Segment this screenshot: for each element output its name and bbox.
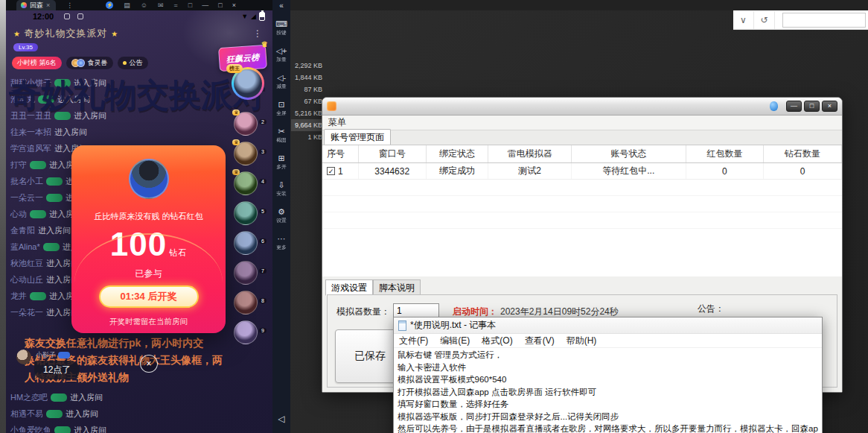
sidebar-tool-button[interactable]: ⚙ 设置 <box>272 207 290 224</box>
left-window-edge <box>0 0 6 433</box>
explorer-toolbar: ∨ ↺ <box>733 10 868 30</box>
sidebar-tool-button[interactable]: ⊡ 全屏 <box>272 100 290 117</box>
help-icon[interactable] <box>770 101 778 111</box>
minimize-button[interactable]: — <box>786 101 802 112</box>
tool-label: 更多 <box>274 244 289 250</box>
menu-item[interactable]: 格式(O) <box>482 335 512 347</box>
avatar <box>234 231 258 255</box>
sidebar-tool-button[interactable]: ✂ 截图 <box>272 127 290 144</box>
refresh-icon[interactable]: ↺ <box>754 11 775 29</box>
cp-pill[interactable]: 食灵兽 <box>66 57 113 69</box>
menu-item[interactable]: 查看(V) <box>525 335 555 347</box>
minimize-button[interactable]: — <box>202 1 208 9</box>
emulator-count-input[interactable] <box>393 303 439 317</box>
chat-line: HM之恋吧 进入房间 <box>10 389 106 405</box>
avatar-frame: 榜王 <box>232 67 264 100</box>
menu-item[interactable]: 编辑(E) <box>440 335 470 347</box>
rail-user[interactable]: 3 ♛ <box>234 142 267 171</box>
vip-badge-icon <box>51 394 67 402</box>
file-size-list: 2,292 KB1,844 KB87 KB67 KB5,216 KB9,664 … <box>291 60 325 143</box>
close-button[interactable]: × <box>822 101 837 112</box>
rail-user[interactable]: 6 <box>234 231 267 261</box>
file-size-value: 9,664 KB <box>291 119 325 131</box>
manager-titlebar: — □ × <box>322 98 842 116</box>
avatar <box>234 261 258 285</box>
notepad-titlebar[interactable]: *使用说明.txt - 记事本 <box>394 317 822 334</box>
sidebar-tool-button[interactable]: ⇩ 安装 <box>272 180 290 197</box>
close-popup-icon[interactable]: × <box>140 355 158 373</box>
menu-item[interactable]: 文件(F) <box>399 335 428 347</box>
room-more-icon[interactable]: ⋮ <box>253 28 262 39</box>
empty-row <box>322 212 842 229</box>
chat-username: HM之恋吧 <box>10 392 48 403</box>
rail-user[interactable]: 9 <box>234 320 267 350</box>
boost-icon[interactable]: ⚡ <box>106 1 113 9</box>
battery-icon <box>259 12 265 21</box>
avatar <box>234 320 258 344</box>
tab-script-help[interactable]: 脚本说明 <box>373 279 421 296</box>
rail-user[interactable]: 8 <box>234 291 267 320</box>
file-size-value: 87 KB <box>291 83 325 95</box>
avatar <box>234 69 262 98</box>
chat-username: 批名小工 <box>10 176 43 187</box>
search-input[interactable] <box>782 13 866 28</box>
rail-user[interactable]: 4 ♛ <box>234 171 267 201</box>
text-line: 输入卡密进入软件 <box>398 361 818 374</box>
emulator-tab[interactable]: 回森 × <box>16 0 56 10</box>
tool-label: 按键 <box>274 29 289 36</box>
tool-icon: ⊞ <box>272 154 290 162</box>
back-icon[interactable]: ◁ <box>272 414 290 424</box>
chat-action: 进入房间 <box>38 225 71 236</box>
col-header: 窗口号 <box>359 145 427 162</box>
close-button[interactable]: × <box>232 1 236 9</box>
countdown-button[interactable]: 01:34 后开奖 <box>99 285 199 308</box>
rail-top-user[interactable]: 榜王 <box>229 67 267 100</box>
collapse-sidebar-icon[interactable]: « <box>272 0 290 10</box>
message-icon[interactable]: ✉ <box>158 1 164 9</box>
level-badge: Lv.35 <box>13 43 38 51</box>
amount-unit: 钻石 <box>169 248 187 257</box>
account-icon[interactable]: ☺ <box>141 1 147 9</box>
sidebar-tool-button[interactable]: ⌨ 按键 <box>272 19 290 37</box>
tab-account-management[interactable]: 账号管理页面 <box>324 129 391 145</box>
maximize-button[interactable]: □ <box>804 101 820 112</box>
vip-badge-icon <box>46 177 63 186</box>
account-table: 序号 窗口号 绑定状态 雷电模拟器 账号状态 红包数量 钻石数量 ✓ 1 334… <box>322 145 842 276</box>
menu-icon[interactable]: = <box>174 1 178 9</box>
status-time: 12:00 <box>33 12 54 21</box>
chevron-down-icon[interactable]: ∨ <box>733 11 754 29</box>
tool-icon: ⋯ <box>272 234 290 243</box>
menu-item[interactable]: 菜单 <box>328 116 346 129</box>
table-row[interactable]: ✓ 1 3344632 绑定成功 测试2 等待红包中... 0 0 <box>322 163 842 180</box>
hour-rank-pill[interactable]: 小时榜 第6名 <box>12 57 62 69</box>
resize-icon[interactable]: □ <box>188 1 192 9</box>
redpacket-amount: 100钻石 <box>71 226 226 263</box>
background-strip <box>290 0 868 10</box>
rail-user[interactable]: 2 ♛ <box>234 112 267 142</box>
star-icon: ★ <box>111 30 118 38</box>
close-tab-icon[interactable]: × <box>46 1 50 9</box>
tab-game-settings[interactable]: 游戏设置 <box>325 279 373 296</box>
sidebar-tool-button[interactable]: ◁- 减量 <box>272 73 290 90</box>
chat-username: 心动山丘 <box>10 274 43 285</box>
gamepad-icon[interactable]: ▤ <box>124 1 130 9</box>
rank-number: 6 <box>259 238 267 244</box>
rail-user[interactable]: 7 <box>234 261 267 291</box>
empty-row <box>322 196 842 212</box>
bubble-username-text: 小影子 <box>36 350 56 360</box>
row-checkbox[interactable]: ✓ <box>327 167 335 175</box>
menu-item[interactable]: 帮助(H) <box>567 335 597 347</box>
notice-pill[interactable]: 公告 <box>118 57 148 69</box>
redpacket-sender: 丘比特原来没有贱 的钻石红包 <box>71 211 226 222</box>
notepad-content[interactable]: 鼠标右键 管理员方式运行，输入卡密进入软件模拟器设置平板模式960*540打开模… <box>394 348 822 433</box>
gift-rail: 2 ♛ 3 ♛ 4 ♛ <box>234 112 267 350</box>
notice-dot-icon <box>123 61 127 65</box>
tab-menu-icon[interactable]: ⋮ <box>66 1 73 9</box>
sidebar-tool-button[interactable]: ⋯ 更多 <box>272 234 290 251</box>
sidebar-tool-button[interactable]: ⊞ 多开 <box>272 154 290 171</box>
maximize-button[interactable]: □ <box>218 1 222 9</box>
chat-action: 进入房间 <box>70 392 103 403</box>
rail-user[interactable]: 5 <box>234 201 267 231</box>
emulator-count-label: 模拟器数量： <box>336 306 390 318</box>
sidebar-tool-button[interactable]: ◁+ 加量 <box>272 46 290 63</box>
